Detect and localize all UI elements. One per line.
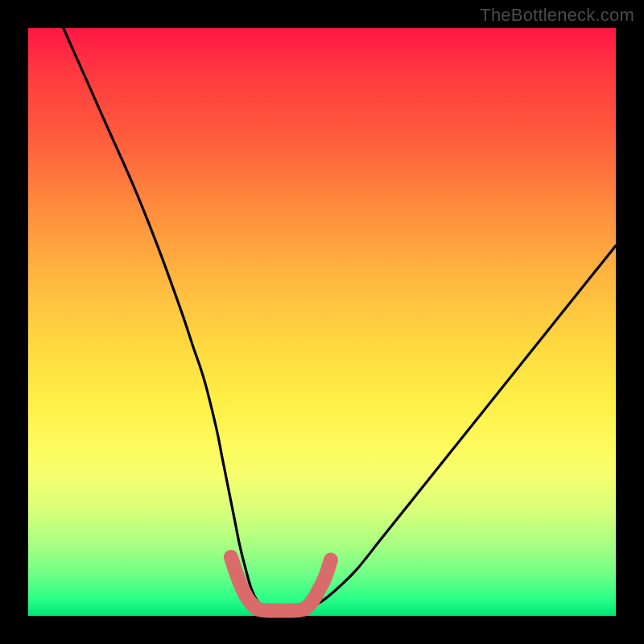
chart-frame: TheBottleneck.com bbox=[0, 0, 644, 644]
watermark-text: TheBottleneck.com bbox=[480, 5, 634, 26]
chart-svg bbox=[28, 28, 616, 616]
bottleneck-curve bbox=[64, 28, 616, 610]
